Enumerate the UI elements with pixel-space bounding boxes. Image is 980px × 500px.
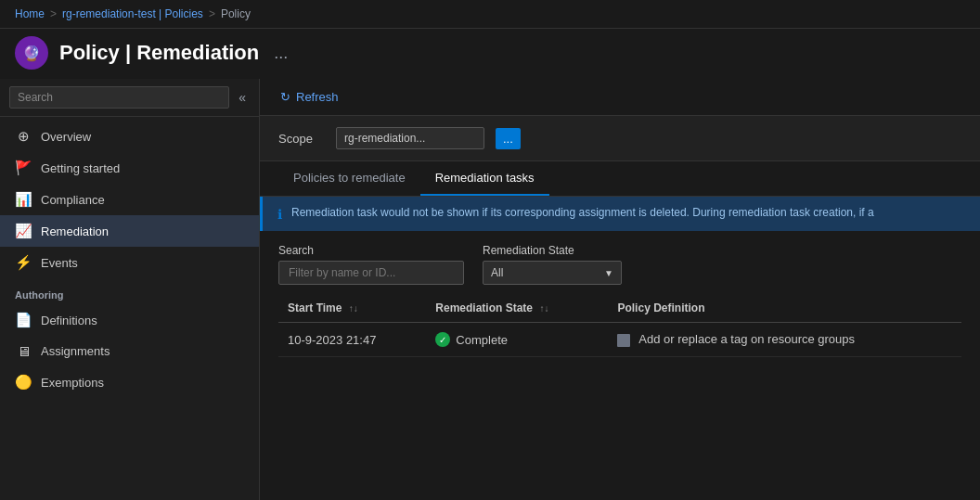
sidebar-item-label: Remediation	[41, 224, 109, 238]
breadcrumb-home[interactable]: Home	[15, 7, 45, 20]
search-filter-group: Search	[278, 244, 464, 285]
ellipsis-button[interactable]: ...	[274, 44, 288, 63]
overview-icon: ⊕	[15, 128, 32, 145]
state-filter-label: Remediation State	[483, 244, 622, 257]
assignments-icon: 🖥	[15, 343, 32, 359]
authoring-heading: Authoring	[0, 278, 259, 304]
tab-policies-to-remediate[interactable]: Policies to remediate	[278, 161, 420, 196]
getting-started-icon: 🚩	[15, 160, 32, 176]
compliance-icon: 📊	[15, 191, 32, 208]
sidebar-item-label: Exemptions	[41, 376, 104, 390]
info-message: Remediation task would not be shown if i…	[291, 206, 874, 219]
refresh-button[interactable]: ↻ Refresh	[275, 86, 344, 108]
sidebar-item-overview[interactable]: ⊕ Overview	[0, 121, 259, 152]
sidebar-item-label: Assignments	[41, 344, 110, 358]
status-complete-icon: ✓	[435, 332, 450, 347]
sidebar-item-getting-started[interactable]: 🚩 Getting started	[0, 152, 259, 184]
cell-start-time: 10-9-2023 21:47	[278, 323, 426, 357]
exemptions-icon: 🟡	[15, 374, 32, 391]
refresh-label: Refresh	[296, 90, 339, 104]
info-banner: ℹ Remediation task would not be shown if…	[260, 197, 980, 231]
sidebar-item-label: Events	[41, 256, 78, 270]
state-select-wrapper[interactable]: All Complete Running Failed Canceled ▼	[483, 261, 622, 285]
sidebar-item-compliance[interactable]: 📊 Compliance	[0, 184, 259, 215]
sort-icon[interactable]: ↑↓	[539, 303, 548, 314]
filter-search-input[interactable]	[278, 261, 464, 285]
sidebar: « ⊕ Overview 🚩 Getting started 📊 Complia…	[0, 79, 260, 500]
search-input[interactable]	[9, 86, 229, 109]
cell-remediation-state: ✓ Complete	[426, 323, 608, 357]
page-icon: 🔮	[15, 36, 48, 70]
remediation-table: Start Time ↑↓ Remediation State ↑↓ Polic…	[278, 294, 961, 357]
refresh-icon: ↻	[280, 90, 290, 104]
sidebar-item-exemptions[interactable]: 🟡 Exemptions	[0, 366, 259, 398]
table-header-row: Start Time ↑↓ Remediation State ↑↓ Polic…	[278, 294, 961, 323]
scope-input[interactable]	[336, 127, 484, 149]
content-area: ↻ Refresh Scope ... Policies to remediat…	[260, 79, 980, 500]
filter-row: Search Remediation State All Complete Ru…	[260, 231, 980, 294]
tab-remediation-tasks[interactable]: Remediation tasks	[420, 161, 549, 196]
sidebar-item-label: Compliance	[41, 193, 105, 207]
col-start-time: Start Time ↑↓	[278, 294, 426, 323]
sidebar-search-row: «	[0, 79, 259, 117]
collapse-button[interactable]: «	[235, 88, 250, 107]
page-title: Policy | Remediation	[59, 41, 259, 65]
events-icon: ⚡	[15, 254, 32, 271]
status-complete: ✓ Complete	[435, 332, 599, 347]
search-filter-label: Search	[278, 244, 464, 257]
sidebar-item-label: Definitions	[41, 314, 97, 327]
col-policy-definition: Policy Definition	[608, 294, 961, 323]
breadcrumb-resource-group[interactable]: rg-remediation-test | Policies	[62, 7, 203, 20]
sort-icon[interactable]: ↑↓	[349, 303, 358, 314]
sidebar-item-remediation[interactable]: 📈 Remediation	[0, 215, 259, 247]
scope-row: Scope ...	[260, 116, 980, 161]
table-container: Start Time ↑↓ Remediation State ↑↓ Polic…	[260, 294, 980, 500]
table-row: 10-9-2023 21:47 ✓ Complete Add or replac…	[278, 323, 961, 357]
scope-browse-button[interactable]: ...	[496, 128, 521, 149]
state-filter-group: Remediation State All Complete Running F…	[483, 244, 622, 285]
page-header: 🔮 Policy | Remediation ...	[0, 29, 980, 79]
definitions-icon: 📄	[15, 312, 32, 328]
sidebar-item-label: Getting started	[41, 161, 120, 175]
toolbar: ↻ Refresh	[260, 79, 980, 116]
sidebar-item-events[interactable]: ⚡ Events	[0, 247, 259, 278]
info-icon: ℹ	[277, 207, 282, 222]
cell-policy-definition: Add or replace a tag on resource groups	[608, 323, 961, 357]
sidebar-item-definitions[interactable]: 📄 Definitions	[0, 304, 259, 336]
sidebar-item-assignments[interactable]: 🖥 Assignments	[0, 336, 259, 366]
scope-label: Scope	[278, 132, 325, 146]
chevron-down-icon: ▼	[597, 268, 621, 278]
breadcrumb: Home > rg-remediation-test | Policies > …	[0, 0, 980, 29]
policy-definition-icon	[617, 334, 630, 347]
status-label: Complete	[456, 333, 508, 347]
breadcrumb-current: Policy	[221, 7, 251, 20]
sidebar-item-label: Overview	[41, 130, 91, 144]
policy-definition-label: Add or replace a tag on resource groups	[638, 332, 855, 346]
col-remediation-state: Remediation State ↑↓	[426, 294, 608, 323]
sidebar-navigation: ⊕ Overview 🚩 Getting started 📊 Complianc…	[0, 117, 259, 402]
tabs-row: Policies to remediate Remediation tasks	[260, 161, 980, 197]
state-select[interactable]: All Complete Running Failed Canceled	[484, 262, 597, 284]
remediation-icon: 📈	[15, 223, 32, 239]
